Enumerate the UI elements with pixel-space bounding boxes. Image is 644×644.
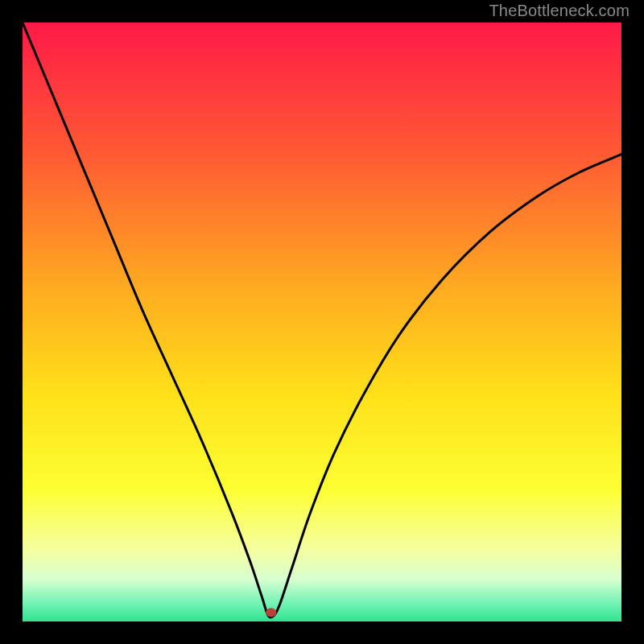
gradient-background	[23, 23, 621, 621]
optimum-marker	[266, 608, 276, 617]
bottleneck-chart	[23, 23, 621, 621]
chart-root: TheBottleneck.com	[0, 0, 644, 644]
plot-area	[23, 23, 621, 621]
attribution-text: TheBottleneck.com	[489, 2, 630, 20]
